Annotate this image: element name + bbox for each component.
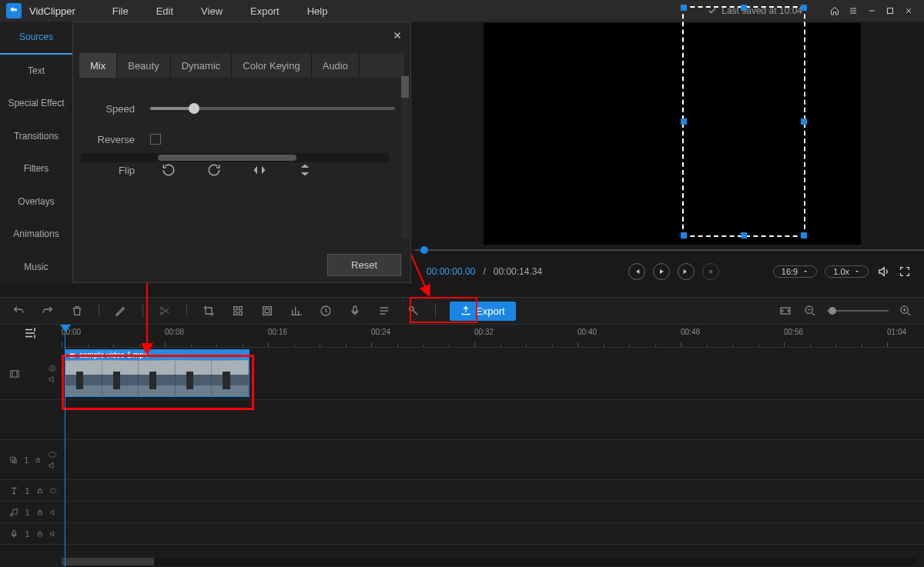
- menu-file[interactable]: File: [99, 5, 142, 17]
- text-to-speech-icon[interactable]: [377, 303, 392, 319]
- properties-horizontal-scrollbar[interactable]: [81, 153, 389, 162]
- preview-area: [414, 22, 924, 260]
- audio-track: 1: [0, 502, 924, 523]
- svg-point-3: [161, 312, 163, 315]
- track-options-icon[interactable]: [23, 326, 37, 343]
- svg-rect-24: [13, 530, 15, 535]
- reverse-checkbox[interactable]: [150, 134, 161, 145]
- prev-frame-button[interactable]: [628, 263, 645, 280]
- svg-rect-6: [234, 312, 237, 315]
- crop-rectangle[interactable]: [682, 6, 805, 237]
- next-frame-button[interactable]: [678, 263, 695, 280]
- app-icon: [6, 3, 22, 18]
- properties-close-icon[interactable]: [392, 30, 403, 44]
- sidebar-tab-sources[interactable]: Sources: [0, 22, 72, 55]
- speed-slider[interactable]: [150, 107, 395, 110]
- speed-label: Speed: [89, 103, 135, 115]
- fit-timeline-icon[interactable]: [778, 303, 793, 319]
- duration-icon[interactable]: [318, 303, 333, 319]
- svg-rect-0: [888, 8, 893, 14]
- properties-panel: Mix Beauty Dynamic Color Keying Audio Sp…: [72, 22, 411, 283]
- freeze-frame-icon[interactable]: [259, 303, 275, 319]
- sidebar-tab-text[interactable]: Text: [0, 55, 72, 87]
- svg-rect-1: [709, 270, 712, 273]
- svg-point-17: [52, 367, 54, 369]
- svg-rect-23: [38, 512, 42, 515]
- playhead[interactable]: [65, 325, 65, 567]
- sidebar-tab-overlays[interactable]: Overlays: [0, 185, 72, 218]
- sidebar-tab-special-effect[interactable]: Special Effect: [0, 87, 72, 119]
- time-current: 00:00:00.00: [427, 266, 475, 277]
- menu-view[interactable]: View: [187, 5, 236, 17]
- svg-rect-4: [234, 307, 237, 310]
- timeline-toolbar: Export: [0, 297, 924, 325]
- reset-button[interactable]: Reset: [327, 254, 401, 276]
- sidebar-tab-animations[interactable]: Animations: [0, 218, 72, 250]
- flip-label: Flip: [89, 165, 135, 176]
- preview-canvas[interactable]: [484, 23, 861, 245]
- undo-icon[interactable]: [11, 303, 26, 319]
- svg-rect-9: [265, 309, 269, 312]
- zoom-slider[interactable]: [827, 310, 889, 312]
- zoom-out-icon[interactable]: [802, 303, 818, 319]
- preview-scrubber[interactable]: [414, 249, 924, 251]
- timeline-ruler[interactable]: 00:00 00:08 00:16 00:24 00:32 00:40 00:4…: [62, 325, 924, 348]
- props-tab-color-keying[interactable]: Color Keying: [232, 53, 311, 78]
- svg-rect-22: [38, 490, 42, 493]
- sidebar-tab-filters[interactable]: Filters: [0, 152, 72, 185]
- timeline-horizontal-scrollbar[interactable]: [62, 558, 916, 565]
- props-tab-beauty[interactable]: Beauty: [117, 53, 170, 78]
- playback-speed-selector[interactable]: 1.0x: [825, 265, 869, 278]
- crop-icon[interactable]: [201, 303, 216, 319]
- svg-rect-11: [353, 306, 357, 312]
- split-icon[interactable]: [157, 303, 172, 319]
- svg-rect-8: [263, 307, 272, 315]
- redo-icon[interactable]: [40, 303, 55, 319]
- chart-icon[interactable]: [289, 303, 304, 319]
- voiceover-track: 1: [0, 523, 924, 545]
- menu-help[interactable]: Help: [293, 5, 342, 17]
- props-tab-audio[interactable]: Audio: [312, 53, 360, 78]
- sidebar: Sources Text Special Effect Transitions …: [0, 22, 72, 283]
- svg-rect-5: [239, 307, 242, 310]
- app-name: VidClipper: [29, 5, 75, 17]
- svg-rect-7: [239, 312, 242, 315]
- voiceover-icon[interactable]: [347, 303, 363, 319]
- flip-vertical-icon[interactable]: [296, 161, 314, 179]
- rotate-ccw-icon[interactable]: [159, 161, 178, 179]
- close-icon[interactable]: [899, 2, 918, 20]
- playback-bar: 00:00:00.00 / 00:00:14.34 16:9 1.0x: [414, 260, 924, 283]
- maximize-icon[interactable]: [881, 2, 899, 20]
- stop-button[interactable]: [702, 263, 719, 280]
- zoom-in-icon[interactable]: [898, 303, 913, 319]
- menu-edit[interactable]: Edit: [142, 5, 187, 17]
- speech-to-text-icon[interactable]: [406, 303, 421, 319]
- reverse-label: Reverse: [89, 134, 135, 145]
- play-button[interactable]: [653, 263, 670, 280]
- svg-point-12: [410, 307, 413, 311]
- edit-icon[interactable]: [113, 303, 129, 319]
- export-button[interactable]: Export: [450, 302, 516, 321]
- aspect-ratio-selector[interactable]: 16:9: [773, 265, 817, 278]
- annotation-clip-highlight: [62, 355, 254, 410]
- overlay-track: 1: [0, 440, 924, 480]
- svg-rect-21: [36, 459, 39, 462]
- delete-icon[interactable]: [69, 303, 85, 319]
- svg-rect-16: [11, 370, 19, 376]
- mosaic-icon[interactable]: [230, 303, 246, 319]
- sidebar-tab-music[interactable]: Music: [0, 250, 72, 282]
- props-tab-dynamic[interactable]: Dynamic: [171, 53, 233, 78]
- svg-point-2: [161, 307, 163, 309]
- hamburger-icon[interactable]: [844, 2, 862, 20]
- home-icon[interactable]: [825, 2, 844, 20]
- svg-rect-25: [38, 533, 42, 536]
- flip-horizontal-icon[interactable]: [250, 161, 269, 179]
- minimize-icon[interactable]: [862, 2, 881, 20]
- text-track: 1: [0, 480, 924, 502]
- rotate-cw-icon[interactable]: [205, 161, 223, 179]
- fullscreen-icon[interactable]: [898, 265, 912, 278]
- menu-export[interactable]: Export: [236, 5, 293, 17]
- sidebar-tab-transitions[interactable]: Transitions: [0, 120, 72, 152]
- props-tab-mix[interactable]: Mix: [79, 53, 117, 78]
- volume-icon[interactable]: [876, 265, 890, 278]
